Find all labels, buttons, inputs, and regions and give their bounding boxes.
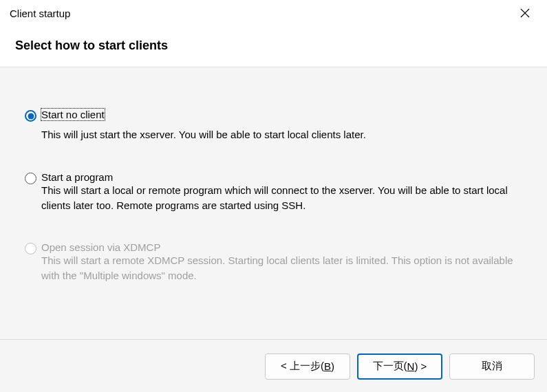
next-button-prefix: 下一页(	[373, 360, 407, 373]
radio-wrap	[25, 109, 41, 122]
close-button[interactable]	[511, 2, 539, 24]
page-title: Select how to start clients	[15, 39, 532, 53]
option-desc-start-no-client: This will just start the xserver. You wi…	[41, 127, 516, 142]
option-label-open-session-xdmcp: Open session via XDMCP	[41, 241, 160, 253]
option-body: Start a program This will start a local …	[41, 171, 522, 213]
wizard-footer: < 上一步(B) 下一页(N) > 取消	[0, 339, 547, 392]
wizard-header: Select how to start clients	[0, 26, 547, 67]
next-button-access: N	[407, 360, 415, 372]
option-body: Open session via XDMCP This will start a…	[41, 241, 522, 283]
back-button-access: B	[324, 360, 331, 372]
option-label-start-no-client[interactable]: Start no client	[41, 109, 105, 120]
titlebar: Client startup	[0, 0, 547, 26]
next-button-suffix: ) >	[414, 360, 427, 372]
option-label-start-a-program[interactable]: Start a program	[41, 171, 113, 183]
close-icon	[520, 8, 530, 18]
cancel-button[interactable]: 取消	[449, 353, 535, 380]
radio-wrap	[25, 171, 41, 184]
radio-wrap	[25, 241, 41, 254]
radio-open-session-xdmcp	[25, 243, 36, 254]
window-title: Client startup	[10, 8, 70, 19]
radio-start-no-client[interactable]	[25, 110, 36, 122]
option-start-a-program[interactable]: Start a program This will start a local …	[25, 171, 522, 213]
content-area: Start no client This will just start the…	[0, 67, 547, 339]
option-desc-start-a-program: This will start a local or remote progra…	[41, 183, 516, 213]
option-body: Start no client This will just start the…	[41, 109, 522, 142]
next-button[interactable]: 下一页(N) >	[357, 353, 442, 380]
option-desc-open-session-xdmcp: This will start a remote XDMCP session. …	[41, 253, 516, 283]
back-button[interactable]: < 上一步(B)	[265, 353, 350, 380]
back-button-prefix: < 上一步(	[281, 360, 324, 373]
back-button-suffix: )	[331, 360, 334, 372]
option-open-session-xdmcp: Open session via XDMCP This will start a…	[25, 241, 522, 283]
radio-start-a-program[interactable]	[25, 173, 36, 184]
option-start-no-client[interactable]: Start no client This will just start the…	[25, 109, 522, 142]
cancel-button-label: 取消	[482, 360, 502, 373]
